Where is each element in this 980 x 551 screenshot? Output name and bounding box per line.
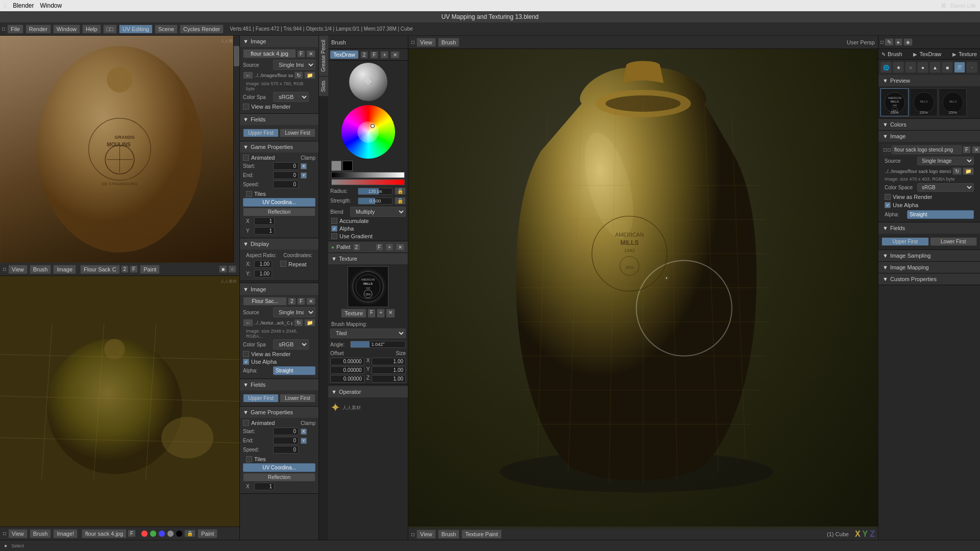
green-color-dot[interactable]	[150, 530, 157, 537]
bottom-lower-first-btn[interactable]: Lower First	[280, 394, 315, 403]
palette-x-btn[interactable]: ✕	[396, 243, 405, 251]
grease-pencil-tab[interactable]: Grease Pencil	[319, 36, 328, 76]
uv-scroll-thumb[interactable]	[234, 46, 239, 66]
radius-lock-icon[interactable]: 🔒	[395, 187, 406, 195]
bottom-f-btn[interactable]: F	[130, 265, 138, 273]
rp-use-alpha-checkbox[interactable]: ✓	[885, 202, 891, 208]
rp-mesh-icon[interactable]: ▲	[929, 62, 941, 73]
path-folder[interactable]: 📁	[304, 71, 315, 79]
bottom-source-dropdown[interactable]: Single Image	[273, 307, 315, 317]
rp-folder-btn[interactable]: 📁	[963, 167, 974, 175]
viewport-view-btn[interactable]: View	[416, 38, 436, 47]
custom-props-header[interactable]: ▼ Custom Properties	[878, 273, 980, 285]
use-gradient-checkbox[interactable]	[331, 233, 337, 239]
bottom-img-f[interactable]: F	[297, 297, 305, 305]
strength-lock-icon[interactable]: 🔒	[395, 197, 406, 205]
image-btn-bottom[interactable]: Image	[53, 265, 76, 274]
rp-source-dropdown[interactable]: Single Image	[917, 157, 974, 165]
image-header[interactable]: ▼ Image	[240, 36, 318, 47]
aspect-y-input[interactable]	[254, 270, 272, 278]
start-input[interactable]	[273, 162, 299, 170]
rp-texture-icon[interactable]: ⛈	[954, 62, 965, 73]
red-color-dot[interactable]	[141, 530, 148, 537]
tiles-x-input[interactable]	[254, 217, 275, 225]
bottom-reflection-btn[interactable]: Reflection	[243, 473, 315, 482]
rp-img-f[interactable]: F	[963, 146, 971, 154]
bottom-speed-input[interactable]	[273, 446, 299, 454]
image-bottom-header[interactable]: ▼ Image	[240, 284, 318, 295]
status-filename[interactable]: flour sack 4.jpg	[82, 529, 127, 538]
bottom-filename[interactable]: Flour Sack C	[80, 265, 120, 274]
blend-dropdown[interactable]: Multiply	[350, 207, 406, 217]
texture-plus-btn[interactable]: +	[377, 309, 385, 318]
value-strip[interactable]	[331, 172, 405, 178]
texdraw-f-btn[interactable]: F	[370, 51, 378, 59]
bottom-animated-checkbox[interactable]	[243, 420, 249, 426]
uv-scrollbar-right[interactable]	[233, 36, 239, 263]
brush-mapping-dropdown[interactable]: Tiled	[330, 329, 406, 338]
texdraw-label[interactable]: TexDraw	[330, 51, 358, 59]
render-engine[interactable]: Cycles Render	[180, 24, 224, 34]
brush-btn-bottom[interactable]: Brush	[30, 265, 52, 274]
animated-checkbox[interactable]	[243, 155, 249, 161]
bottom-icon2[interactable]: ○	[228, 265, 236, 273]
image-x-btn[interactable]: ✕	[306, 50, 315, 58]
bottom-end-input[interactable]	[273, 437, 299, 444]
black-color-dot[interactable]	[176, 530, 183, 537]
preview-thumb-2[interactable]: MILLS 25%	[910, 88, 938, 116]
bottom-uv-coord-btn[interactable]: UV Coordina...	[243, 463, 315, 472]
game-props-header[interactable]: ▼ Game Properties	[240, 141, 318, 153]
bottom-start-input[interactable]	[273, 428, 299, 435]
bottom-alpha-dropdown[interactable]: Straight	[273, 366, 315, 375]
status-f-btn[interactable]: F	[128, 530, 136, 537]
end-input[interactable]	[273, 171, 299, 179]
window-menu[interactable]: Window	[53, 24, 80, 34]
texture-f-btn[interactable]: F	[368, 309, 376, 318]
rp-upper-first-btn[interactable]: Upper First	[881, 237, 929, 246]
bottom-tiles-x-input[interactable]	[254, 483, 275, 490]
paint-btn-status[interactable]: Paint	[198, 529, 217, 538]
image-filename-btn[interactable]: flour sack 4.jpg	[243, 49, 296, 58]
view-btn-bottom[interactable]: View	[8, 265, 28, 274]
bottom-clamp-y[interactable]: Y	[301, 438, 307, 444]
preview-thumb-3[interactable]: MILLS 25%	[939, 88, 967, 116]
bottom-icon1[interactable]: ■	[219, 265, 227, 273]
offset-z-input[interactable]	[330, 375, 364, 383]
lock-icon[interactable]: 🔒	[184, 530, 195, 537]
colorspace-dropdown[interactable]: sRGB	[273, 92, 309, 102]
alpha-checkbox[interactable]: ✓	[331, 226, 337, 232]
angle-bar[interactable]: 1.042°	[350, 341, 406, 348]
rp-tool2[interactable]: ▸	[895, 38, 902, 46]
bottom-fields-header[interactable]: ▼ Fields	[240, 379, 318, 390]
strength-bar[interactable]: 0.500	[358, 197, 393, 205]
colors-header[interactable]: ▼ Colors	[878, 119, 980, 130]
tiles-checkbox[interactable]	[246, 191, 252, 197]
brush-btn-uv-status[interactable]: Brush	[30, 529, 52, 538]
rp-img-x[interactable]: ✕	[972, 146, 980, 154]
bottom-tiles-checkbox[interactable]	[246, 456, 252, 462]
slots-tab[interactable]: Slots	[319, 77, 328, 96]
reflection-btn-top[interactable]: Reflection	[243, 208, 315, 216]
rp-image-filename[interactable]	[892, 145, 962, 154]
color-wheel-picker[interactable]	[371, 124, 375, 128]
rp-world-icon[interactable]: ○	[905, 62, 916, 73]
rp-object-icon[interactable]: ●	[917, 62, 928, 73]
paint-btn-bottom[interactable]: Paint	[140, 265, 160, 274]
repeat-checkbox[interactable]	[280, 261, 286, 267]
bottom-upper-first-btn[interactable]: Upper First	[243, 394, 279, 403]
viewport-brush-btn[interactable]: Brush	[438, 38, 460, 47]
lower-first-btn[interactable]: Lower First	[280, 129, 315, 137]
help-menu[interactable]: Help	[82, 24, 101, 34]
tiles-y-input[interactable]	[254, 227, 275, 235]
texture-x-btn[interactable]: ✕	[386, 309, 395, 318]
size-z-input[interactable]	[372, 375, 406, 383]
image-sampling-header[interactable]: ▼ Image Sampling	[878, 250, 980, 261]
rp-scene-icon[interactable]: ★	[893, 62, 904, 73]
aspect-x-input[interactable]	[254, 260, 272, 268]
rp-tool3[interactable]: ◈	[903, 38, 913, 46]
display-header[interactable]: ▼ Display	[240, 238, 318, 249]
image-btn-uv-status[interactable]: Image!	[53, 529, 78, 538]
rp-tool1[interactable]: ✎	[885, 38, 894, 46]
color-wheel[interactable]	[341, 105, 395, 159]
texdraw-plus-btn[interactable]: +	[380, 51, 388, 59]
